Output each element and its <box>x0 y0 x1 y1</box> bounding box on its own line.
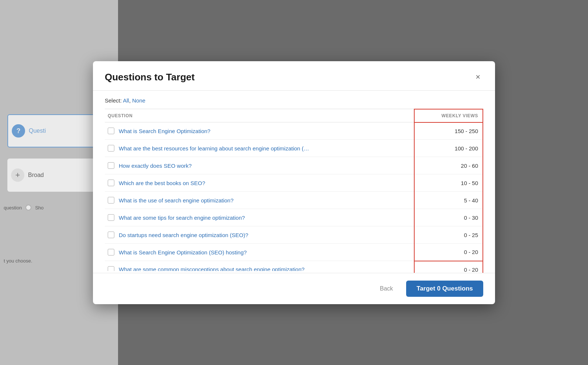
question-link[interactable]: What are the best resources for learning… <box>119 145 309 152</box>
back-button[interactable]: Back <box>373 282 401 296</box>
table-row: What are the best resources for learning… <box>105 140 483 157</box>
modal-header: Questions to Target × <box>93 61 495 91</box>
question-checkbox[interactable] <box>108 180 114 186</box>
close-button[interactable]: × <box>473 72 483 83</box>
question-cell-td: Do startups need search engine optimizat… <box>105 226 414 244</box>
question-cell-td: Which are the best books on SEO? <box>105 174 414 192</box>
questions-table: QUESTION WEEKLY VIEWS What is Search Eng… <box>105 109 483 273</box>
question-link[interactable]: What are some tips for search engine opt… <box>119 215 245 221</box>
question-checkbox[interactable] <box>108 162 114 169</box>
question-checkbox[interactable] <box>108 249 114 256</box>
question-cell-td: What is Search Engine Optimization? <box>105 122 414 140</box>
question-link[interactable]: What is Search Engine Optimization (SEO)… <box>119 249 247 256</box>
modal-overlay: Questions to Target × Select: All, None … <box>0 0 588 365</box>
select-label: Select: <box>105 97 122 104</box>
question-link[interactable]: Which are the best books on SEO? <box>119 180 205 186</box>
table-row: What is the use of search engine optimiz… <box>105 192 483 209</box>
question-link[interactable]: What is Search Engine Optimization? <box>119 128 210 134</box>
table-row: What is Search Engine Optimization (SEO)… <box>105 244 483 261</box>
question-cell-td: How exactly does SEO work? <box>105 157 414 174</box>
question-cell-td: What is the use of search engine optimiz… <box>105 192 414 209</box>
views-cell: 5 - 40 <box>414 192 483 209</box>
question-link[interactable]: What is the use of search engine optimiz… <box>119 197 234 204</box>
modal-title: Questions to Target <box>105 72 195 83</box>
views-cell: 150 - 250 <box>414 122 483 140</box>
question-cell-td: What are some tips for search engine opt… <box>105 209 414 226</box>
questions-table-container: QUESTION WEEKLY VIEWS What is Search Eng… <box>93 109 495 273</box>
target-button[interactable]: Target 0 Questions <box>406 281 483 297</box>
table-row: Do startups need search engine optimizat… <box>105 226 483 244</box>
question-link[interactable]: How exactly does SEO work? <box>119 163 192 169</box>
table-row: What is Search Engine Optimization?150 -… <box>105 122 483 140</box>
select-all-link[interactable]: All <box>123 97 129 104</box>
table-row: Which are the best books on SEO?10 - 50 <box>105 174 483 192</box>
views-cell: 0 - 20 <box>414 244 483 261</box>
question-cell-td: What is Search Engine Optimization (SEO)… <box>105 244 414 261</box>
question-link-partial[interactable]: What are some common misconceptions abou… <box>119 266 305 271</box>
views-cell: 20 - 60 <box>414 157 483 174</box>
views-cell: 100 - 200 <box>414 140 483 157</box>
modal-dialog: Questions to Target × Select: All, None … <box>93 61 495 304</box>
question-link[interactable]: Do startups need search engine optimizat… <box>119 232 248 238</box>
modal-footer: Back Target 0 Questions <box>93 273 495 304</box>
table-row-partial: What are some common misconceptions abou… <box>105 261 483 273</box>
question-checkbox[interactable] <box>108 145 114 152</box>
question-checkbox[interactable] <box>108 232 114 238</box>
modal-body: Select: All, None QUESTION WEEKLY VIEWS … <box>93 91 495 273</box>
table-header-row: QUESTION WEEKLY VIEWS <box>105 109 483 122</box>
col-weekly-views: WEEKLY VIEWS <box>414 109 483 122</box>
select-row: Select: All, None <box>93 91 495 109</box>
question-checkbox-partial[interactable] <box>108 266 114 271</box>
table-row: How exactly does SEO work?20 - 60 <box>105 157 483 174</box>
views-cell: 0 - 25 <box>414 226 483 244</box>
views-cell: 10 - 50 <box>414 174 483 192</box>
question-checkbox[interactable] <box>108 214 114 221</box>
table-row: What are some tips for search engine opt… <box>105 209 483 226</box>
views-cell: 0 - 30 <box>414 209 483 226</box>
question-checkbox[interactable] <box>108 197 114 204</box>
select-none-link[interactable]: None <box>132 97 145 104</box>
question-checkbox[interactable] <box>108 128 114 134</box>
question-cell-td: What are the best resources for learning… <box>105 140 414 157</box>
col-question: QUESTION <box>105 109 414 122</box>
views-cell-partial: 0 - 20 <box>414 261 483 273</box>
